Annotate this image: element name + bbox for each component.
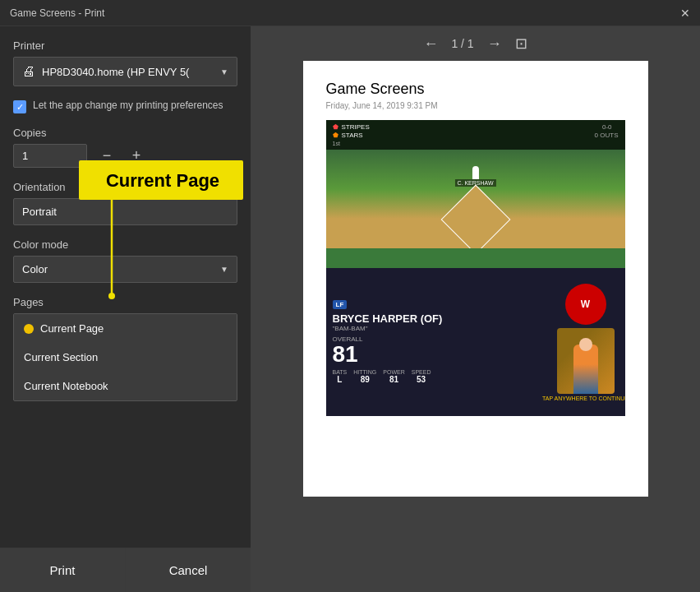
printer-dropdown[interactable]: 🖨 HP8D3040.home (HP ENVY 5( ▼: [13, 57, 237, 86]
pages-option-current-page: Current Page: [40, 322, 104, 335]
orientation-dropdown[interactable]: Portrait: [13, 198, 237, 225]
next-page-button[interactable]: →: [487, 35, 502, 53]
main-layout: Printer 🖨 HP8D3040.home (HP ENVY 5( ▼ ✓ …: [0, 26, 700, 592]
window-title: Game Screens - Print: [10, 7, 104, 19]
title-bar: Game Screens - Print ✕: [0, 0, 700, 26]
pages-item-current-section[interactable]: Current Section: [14, 343, 237, 372]
printer-section: Printer 🖨 HP8D3040.home (HP ENVY 5( ▼: [13, 39, 237, 86]
printer-name: HP8D3040.home (HP ENVY 5(: [42, 66, 189, 78]
baseball-field: C. KERSHAW: [326, 150, 625, 248]
team1-icon: ⬟: [333, 123, 338, 131]
prev-page-button[interactable]: ←: [423, 35, 438, 53]
game-image: ⬟ STRIPES 0-0 ⬟ STARS 0 OUTS 1st: [326, 120, 625, 416]
pages-item-current-page[interactable]: Current Page: [14, 314, 237, 343]
printer-label: Printer: [13, 39, 237, 52]
copies-input[interactable]: [13, 144, 87, 168]
color-mode-label: Color mode: [13, 238, 237, 251]
cancel-button[interactable]: Cancel: [126, 548, 251, 592]
outs-text: 0 OUTS: [595, 132, 619, 139]
pages-list: Current Page Current Section Current Not…: [13, 313, 237, 401]
pages-label: Pages: [13, 296, 237, 308]
preview-date: Friday, June 14, 2019 9:31 PM: [326, 101, 625, 110]
preview-paper: Game Screens Friday, June 14, 2019 9:31 …: [303, 61, 648, 497]
overall-num: 81: [333, 343, 546, 366]
pages-section: Pages Current Page Current Section Curre…: [13, 296, 237, 401]
close-button[interactable]: ✕: [680, 7, 690, 20]
printing-prefs-checkbox[interactable]: ✓: [13, 100, 26, 113]
color-chevron-icon: ▼: [220, 265, 228, 274]
tap-text: TAP ANYWHERE TO CONTINUE: [542, 395, 624, 401]
chevron-down-icon: ▼: [220, 67, 228, 76]
player-head: [579, 338, 592, 351]
color-mode-value: Color: [22, 263, 48, 275]
game-top-screen: ⬟ STRIPES 0-0 ⬟ STARS 0 OUTS 1st: [326, 120, 625, 268]
print-button[interactable]: Print: [0, 548, 126, 592]
player-nick: "BAM-BAM": [333, 325, 546, 332]
team1-name: STRIPES: [342, 123, 596, 131]
stat-power: POWER 81: [383, 369, 404, 384]
right-panel: ← 1 / 1 → ⊡ Game Screens Friday, June 14…: [251, 26, 700, 592]
increment-button[interactable]: +: [127, 146, 146, 166]
orientation-section: Orientation Portrait: [13, 181, 237, 225]
copies-section: Copies − +: [13, 127, 237, 168]
inning-text: 1st: [333, 141, 340, 146]
check-icon: ✓: [16, 102, 24, 113]
score-divider: 0-0: [602, 123, 612, 131]
copies-label: Copies: [13, 127, 237, 139]
printing-prefs-label: Let the app change my printing preferenc…: [33, 99, 223, 113]
stat-bats: BATS L: [333, 369, 348, 384]
player-body: [573, 345, 598, 394]
team2-icon: ⬟: [333, 132, 338, 139]
team2-name: STARS: [342, 132, 595, 139]
printer-icon: 🖨: [22, 64, 35, 79]
color-mode-dropdown[interactable]: Color ▼: [13, 256, 237, 283]
player-card: LF BRYCE HARPER (OF) "BAM-BAM" OVERALL 8…: [326, 268, 625, 416]
team-logo: W: [565, 284, 606, 325]
stat-speed: SPEED 53: [412, 369, 431, 384]
preview-doc-title: Game Screens: [326, 81, 625, 98]
pages-item-current-notebook[interactable]: Current Notebook: [14, 372, 237, 400]
overall-label: OVERALL: [333, 335, 546, 343]
infield-diamond: [440, 185, 510, 248]
player-figure-container: [557, 328, 615, 394]
color-mode-section: Color mode Color ▼: [13, 238, 237, 283]
pages-option-current-notebook: Current Notebook: [24, 380, 108, 392]
pages-option-current-section: Current Section: [24, 351, 98, 363]
decrement-button[interactable]: −: [97, 146, 117, 166]
card-right: W TAP ANYWHERE TO CONTINUE: [553, 275, 619, 409]
page-count: 1 / 1: [451, 37, 473, 50]
orientation-label: Orientation: [13, 181, 237, 193]
preview-nav: ← 1 / 1 → ⊡: [251, 26, 700, 61]
bottom-bar: Print Cancel: [0, 548, 251, 592]
scoreboard: ⬟ STRIPES 0-0 ⬟ STARS 0 OUTS 1st: [326, 120, 625, 150]
orientation-value: Portrait: [22, 206, 57, 218]
fullscreen-icon[interactable]: ⊡: [515, 35, 527, 53]
left-panel: Printer 🖨 HP8D3040.home (HP ENVY 5( ▼ ✓ …: [0, 26, 251, 592]
stats-row: BATS L HITTING 89 POWER 81: [333, 369, 546, 384]
position-badge: LF: [333, 300, 348, 309]
pitcher-figure: [472, 166, 478, 179]
printing-prefs-row: ✓ Let the app change my printing prefere…: [13, 99, 237, 113]
radio-selected-icon: [24, 324, 34, 334]
copies-row: − +: [13, 144, 237, 168]
stat-hitting: HITTING 89: [353, 369, 376, 384]
player-name: BRYCE HARPER (OF): [333, 312, 546, 325]
card-left: LF BRYCE HARPER (OF) "BAM-BAM" OVERALL 8…: [333, 275, 546, 409]
